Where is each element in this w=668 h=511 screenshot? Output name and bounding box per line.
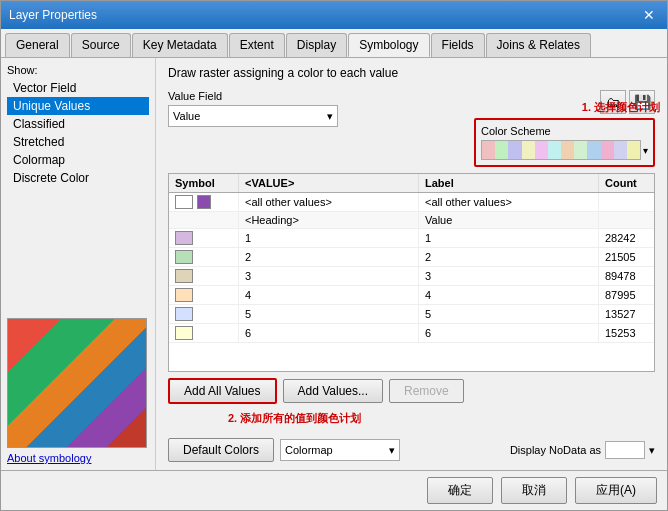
label-cell: <all other values> [419,193,599,211]
color-scheme-label: Color Scheme [481,125,648,137]
nodata-section: Display NoData as ▾ [510,441,655,459]
colormap-select[interactable]: Colormap ▾ [280,439,400,461]
swatch-4 [175,288,193,302]
table-row[interactable]: <all other values> <all other values> [169,193,654,212]
symbol-cell [169,324,239,342]
color-scheme-dropdown-arrow[interactable]: ▾ [643,145,648,156]
count-cell: 21505 [599,248,655,266]
title-bar: Layer Properties ✕ [1,1,667,29]
values-table: Symbol <VALUE> Label Count <all other va… [168,173,655,372]
add-all-annotation-container: Add All Values Add Values... Remove 2. 添… [168,378,655,404]
left-panel: Show: Vector Field Unique Values Classif… [1,58,156,470]
col-header-label: Label [419,174,599,192]
value-cell: 5 [239,305,419,323]
label-cell: 5 [419,305,599,323]
table-row[interactable]: 6 6 15253 [169,324,654,343]
value-field-select[interactable]: Value ▾ [168,105,338,127]
apply-button[interactable]: 应用(A) [575,477,657,504]
swatch-white [175,195,193,209]
count-cell: 87995 [599,286,655,304]
ok-button[interactable]: 确定 [427,477,493,504]
add-values-button[interactable]: Add Values... [283,379,384,403]
symbol-cell [169,286,239,304]
list-item-unique-values[interactable]: Unique Values [7,97,149,115]
color-scheme-section: Color Scheme [474,118,655,167]
window-title: Layer Properties [9,8,97,22]
label-cell: Value [419,212,599,228]
value-cell: <all other values> [239,193,419,211]
count-cell [599,212,655,228]
label-cell: 4 [419,286,599,304]
col-header-count: Count [599,174,655,192]
symbol-cell [169,305,239,323]
list-item-vector-field[interactable]: Vector Field [7,79,149,97]
swatch-1 [175,231,193,245]
tab-source[interactable]: Source [71,33,131,57]
map-image [8,319,146,447]
value-cell: 4 [239,286,419,304]
count-cell: 15253 [599,324,655,342]
nodata-label: Display NoData as [510,444,601,456]
nodata-dropdown-arrow[interactable]: ▾ [649,444,655,457]
table-row[interactable]: 2 2 21505 [169,248,654,267]
list-item-discrete-color[interactable]: Discrete Color [7,169,149,187]
annotation-2: 2. 添加所有的值到颜色计划 [228,411,361,426]
value-cell: <Heading> [239,212,419,228]
tab-joins-relates[interactable]: Joins & Relates [486,33,591,57]
symbol-cell [169,248,239,266]
col-header-value: <VALUE> [239,174,419,192]
draw-title: Draw raster assigning a color to each va… [168,66,655,80]
list-item-stretched[interactable]: Stretched [7,133,149,151]
table-row[interactable]: 4 4 87995 [169,286,654,305]
tab-symbology[interactable]: Symbology [348,33,429,57]
count-cell: 13527 [599,305,655,323]
tab-display[interactable]: Display [286,33,347,57]
table-row[interactable]: 5 5 13527 [169,305,654,324]
cancel-button[interactable]: 取消 [501,477,567,504]
default-colors-button[interactable]: Default Colors [168,438,274,462]
tab-key-metadata[interactable]: Key Metadata [132,33,228,57]
map-preview [7,318,147,448]
footer: 确定 取消 应用(A) [1,470,667,510]
label-cell: 6 [419,324,599,342]
layer-properties-window: Layer Properties ✕ General Source Key Me… [0,0,668,511]
bottom-row: Default Colors Colormap ▾ Display NoData… [168,438,655,462]
value-cell: 6 [239,324,419,342]
tab-extent[interactable]: Extent [229,33,285,57]
main-content: Show: Vector Field Unique Values Classif… [1,58,667,470]
tab-general[interactable]: General [5,33,70,57]
colormap-label: Colormap [285,444,333,456]
table-row[interactable]: 3 3 89478 [169,267,654,286]
label-cell: 1 [419,229,599,247]
count-cell: 28242 [599,229,655,247]
value-field-section: Value Field Value ▾ [168,90,338,127]
symbol-cell [169,229,239,247]
tab-bar: General Source Key Metadata Extent Displ… [1,29,667,58]
action-buttons: Add All Values Add Values... Remove [168,378,655,404]
tab-fields[interactable]: Fields [431,33,485,57]
count-cell: 89478 [599,267,655,285]
swatch-2 [175,250,193,264]
label-cell: 3 [419,267,599,285]
remove-button[interactable]: Remove [389,379,464,403]
list-item-colormap[interactable]: Colormap [7,151,149,169]
table-header: Symbol <VALUE> Label Count [169,174,654,193]
annotation-1: 1. 选择颜色计划 [582,100,660,115]
show-label: Show: [7,64,149,76]
close-button[interactable]: ✕ [639,7,659,23]
about-symbology-link[interactable]: About symbology [7,452,149,464]
col-header-symbol: Symbol [169,174,239,192]
swatch-5 [175,307,193,321]
symbol-cell [169,212,239,228]
swatch-purple [197,195,211,209]
color-scheme-bar[interactable] [481,140,641,160]
table-row[interactable]: 1 1 28242 [169,229,654,248]
add-all-values-button[interactable]: Add All Values [168,378,277,404]
table-row[interactable]: <Heading> Value [169,212,654,229]
value-cell: 2 [239,248,419,266]
nodata-swatch[interactable] [605,441,645,459]
list-item-classified[interactable]: Classified [7,115,149,133]
symbol-cell [169,267,239,285]
symbol-cell [169,193,239,211]
swatch-3 [175,269,193,283]
